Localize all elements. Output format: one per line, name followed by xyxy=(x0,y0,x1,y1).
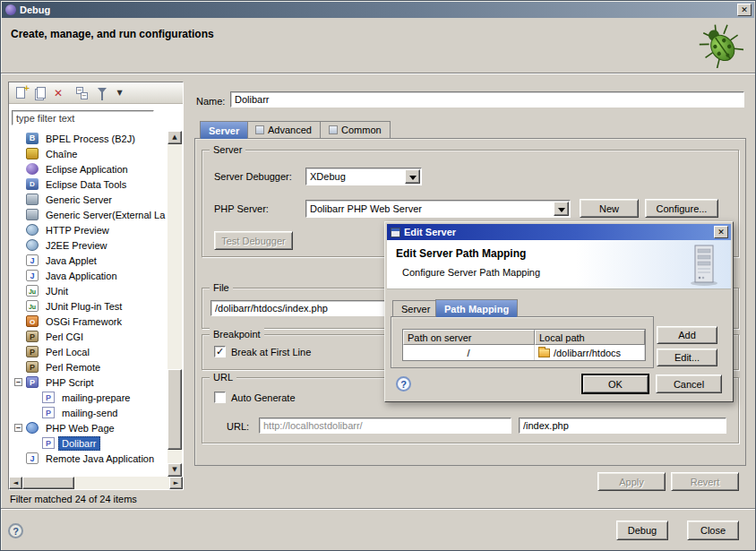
configurations-panel: + ✕ −− ▼ BPEL Process (B2J)ChaîneEclipse… xyxy=(8,82,184,490)
tree-item-label: Perl Remote xyxy=(42,360,104,375)
url-label: URL: xyxy=(227,421,249,432)
tree-item-junit-plug-in-test[interactable]: JUnit Plug-in Test xyxy=(9,298,168,314)
edit-server-close-button[interactable]: ✕ xyxy=(714,226,728,238)
tree-item-mailing-prepare[interactable]: mailing-prepare xyxy=(9,390,168,405)
mapping-row[interactable]: //dolibarr/htdocs xyxy=(403,345,645,360)
new-server-button[interactable]: New xyxy=(580,199,639,218)
path-mapping-table-header: Path on server Local path xyxy=(403,330,645,345)
tree-item-eclipse-data-tools[interactable]: Eclipse Data Tools xyxy=(9,176,168,192)
revert-button[interactable]: Revert xyxy=(671,472,739,491)
tree-item-perl-remote[interactable]: Perl Remote xyxy=(9,359,168,375)
column-local-path[interactable]: Local path xyxy=(535,330,645,345)
http-preview-icon xyxy=(26,224,39,236)
toolbar-menu-arrow-icon[interactable]: ▼ xyxy=(116,85,124,101)
tree-item-cha-ne[interactable]: Chaîne xyxy=(9,146,168,161)
advanced-tab-icon xyxy=(255,125,264,134)
edit-server-header: Edit Server Path Mapping Configure Serve… xyxy=(387,240,731,289)
scroll-left-icon[interactable]: ◄ xyxy=(9,477,22,489)
name-input[interactable] xyxy=(230,91,744,108)
php-script-icon xyxy=(26,376,39,388)
bpel-process-icon xyxy=(26,133,39,144)
tree-item-perl-local[interactable]: Perl Local xyxy=(9,344,168,359)
collapse-all-icon[interactable]: −− xyxy=(74,85,91,101)
filter-status-text: Filter matched 24 of 24 items xyxy=(10,494,137,504)
tree-item-osgi-framework[interactable]: OSGi Framework xyxy=(9,314,168,329)
tree-item-java-applet[interactable]: Java Applet xyxy=(9,253,168,268)
perl-remote-icon xyxy=(26,361,39,373)
tab-server-label: Server xyxy=(209,123,239,139)
configure-server-button[interactable]: Configure... xyxy=(645,199,718,218)
dialog-tab-path-mapping[interactable]: Path Mapping xyxy=(435,299,518,317)
dialog-window-icon xyxy=(391,228,400,237)
expander-placeholder xyxy=(14,134,22,142)
osgi-framework-icon xyxy=(26,315,39,327)
cancel-button[interactable]: Cancel xyxy=(656,375,722,393)
dialog-help-icon[interactable]: ? xyxy=(396,376,411,392)
window-close-button[interactable]: ✕ xyxy=(737,4,752,16)
tab-advanced[interactable]: Advanced xyxy=(246,121,321,138)
scroll-right-icon[interactable]: ► xyxy=(169,477,183,489)
tree-item-perl-cgi[interactable]: Perl CGI xyxy=(9,329,168,344)
dialog-tab-path-mapping-label: Path Mapping xyxy=(444,301,509,317)
collapse-expander-icon[interactable]: − xyxy=(14,378,22,386)
tree-item-java-application[interactable]: Java Application xyxy=(9,268,168,283)
debug-button[interactable]: Debug xyxy=(616,521,668,540)
tree-vscroll-thumb[interactable] xyxy=(168,369,182,450)
duplicate-config-icon[interactable] xyxy=(33,85,50,101)
php-file-icon xyxy=(42,437,55,449)
dialog-tab-server[interactable]: Server xyxy=(392,300,439,317)
scroll-down-icon[interactable]: ▼ xyxy=(168,463,182,477)
tree-item-php-web-page[interactable]: −PHP Web Page xyxy=(9,420,168,435)
tree-item-bpel-process-b2j[interactable]: BPEL Process (B2J) xyxy=(9,131,168,146)
php-file-icon xyxy=(42,407,55,418)
ok-button[interactable]: OK xyxy=(582,375,649,393)
tab-server[interactable]: Server xyxy=(200,121,248,139)
php-server-combo[interactable]: Dolibarr PHP Web Server xyxy=(305,200,571,218)
filter-configs-icon[interactable] xyxy=(95,85,112,101)
tree-item-junit[interactable]: JUnit xyxy=(9,283,168,298)
tree-item-dolibarr[interactable]: Dolibarr xyxy=(9,435,168,451)
generic-server-external-icon xyxy=(26,209,39,220)
break-at-first-line-checkbox[interactable]: ✓ xyxy=(214,346,226,357)
header-divider xyxy=(1,73,755,74)
tree-hscroll-thumb[interactable] xyxy=(22,477,74,489)
filter-input[interactable] xyxy=(12,110,154,125)
expander-placeholder xyxy=(14,165,22,173)
window-icon xyxy=(5,4,16,15)
tree-item-remote-java-application[interactable]: Remote Java Application xyxy=(9,451,168,466)
tree-item-label: Java Application xyxy=(42,269,121,283)
delete-config-icon[interactable]: ✕ xyxy=(54,85,71,101)
combo-dropdown-icon[interactable] xyxy=(554,202,569,216)
tree-item-mailing-send[interactable]: mailing-send xyxy=(9,405,168,420)
url-group-legend: URL xyxy=(210,371,236,383)
scroll-up-icon[interactable]: ▲ xyxy=(168,131,182,144)
add-mapping-button[interactable]: Add xyxy=(657,326,717,344)
tree-item-label: BPEL Process (B2J) xyxy=(42,132,139,146)
help-icon[interactable]: ? xyxy=(8,523,23,538)
combo-dropdown-icon[interactable] xyxy=(405,169,420,184)
close-button[interactable]: Close xyxy=(687,521,739,540)
url-path-input[interactable] xyxy=(519,418,726,434)
tree-item-php-script[interactable]: −PHP Script xyxy=(9,375,168,390)
server-debugger-combo[interactable]: XDebug xyxy=(305,168,422,185)
folder-icon xyxy=(538,349,550,357)
tree-item-label: OSGi Framework xyxy=(42,314,125,329)
tree-item-eclipse-application[interactable]: Eclipse Application xyxy=(9,161,168,176)
java-application-icon xyxy=(26,270,39,281)
column-path-on-server[interactable]: Path on server xyxy=(403,330,535,345)
configurations-tree: BPEL Process (B2J)ChaîneEclipse Applicat… xyxy=(9,131,168,466)
auto-generate-checkbox[interactable] xyxy=(214,392,226,403)
tab-common[interactable]: Common xyxy=(320,121,391,138)
tree-item-generic-server[interactable]: Generic Server xyxy=(9,192,168,207)
edit-mapping-button[interactable]: Edit... xyxy=(657,349,717,366)
collapse-expander-icon[interactable]: − xyxy=(14,424,22,432)
new-launch-config-icon[interactable]: + xyxy=(13,85,30,101)
tree-item-j2ee-preview[interactable]: J2EE Preview xyxy=(9,237,168,253)
expander-placeholder xyxy=(14,226,22,234)
page-title: Create, manage, and run configurations xyxy=(11,28,214,40)
expander-placeholder xyxy=(14,332,22,340)
common-tab-icon xyxy=(329,125,338,134)
apply-button[interactable]: Apply xyxy=(597,472,666,491)
tree-item-http-preview[interactable]: HTTP Preview xyxy=(9,222,168,237)
tree-item-generic-server-external-la[interactable]: Generic Server(External La xyxy=(9,207,168,222)
